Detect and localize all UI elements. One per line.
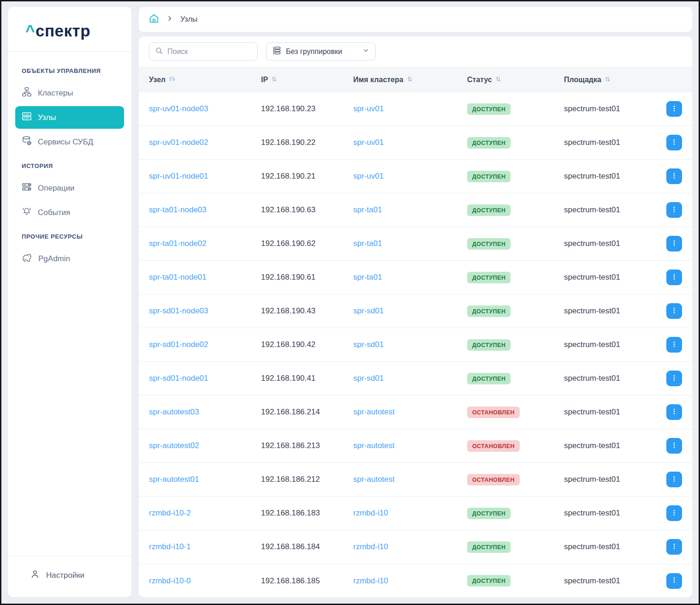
cluster-link[interactable]: rzmbd-i10 <box>353 509 388 517</box>
node-link[interactable]: spr-uv01-node02 <box>149 138 208 147</box>
table-row: spr-autotest01 192.168.186.212 spr-autot… <box>139 463 692 497</box>
ip-value: 192.168.190.63 <box>261 205 353 215</box>
row-actions-button[interactable] <box>666 236 682 252</box>
sidebar-item-clusters[interactable]: Кластеры <box>15 82 124 104</box>
sidebar-item-label: События <box>38 208 70 217</box>
cluster-link[interactable]: spr-uv01 <box>353 172 384 180</box>
cluster-link[interactable]: spr-uv01 <box>353 104 384 113</box>
node-link[interactable]: spr-uv01-node01 <box>149 172 208 180</box>
cluster-link[interactable]: spr-autotest <box>353 441 395 450</box>
row-actions-button[interactable] <box>666 371 682 386</box>
node-link[interactable]: spr-autotest01 <box>149 475 199 484</box>
row-actions-button[interactable] <box>666 573 682 589</box>
row-actions-button[interactable] <box>666 135 682 150</box>
grouping-dropdown[interactable]: Без группировки <box>266 42 376 60</box>
site-value: spectrum-test01 <box>564 542 664 551</box>
site-value: spectrum-test01 <box>564 374 664 383</box>
ip-value: 192.168.190.42 <box>261 340 353 349</box>
sort-icon <box>605 76 611 84</box>
sidebar-item-nodes[interactable]: Узлы <box>15 106 124 129</box>
kebab-icon <box>670 543 678 551</box>
site-value: spectrum-test01 <box>564 441 664 450</box>
table-row: spr-uv01-node03 192.168.190.23 spr-uv01 … <box>139 92 692 126</box>
column-header-status[interactable]: Статус <box>467 76 564 84</box>
sidebar-item-events[interactable]: События <box>15 201 124 224</box>
row-actions-button[interactable] <box>666 101 682 117</box>
column-header-node[interactable]: Узел <box>149 76 261 84</box>
node-link[interactable]: spr-ta01-node03 <box>149 205 207 214</box>
ip-value: 192.168.186.185 <box>261 576 353 586</box>
sidebar-item-label: Узлы <box>38 113 56 122</box>
sort-icon <box>407 76 413 84</box>
site-value: spectrum-test01 <box>564 104 664 114</box>
row-actions-button[interactable] <box>666 539 682 555</box>
section-management-objects: ОБЪЕКТЫ УПРАВЛЕНИЯ <box>8 60 131 80</box>
cluster-link[interactable]: spr-ta01 <box>353 205 382 214</box>
section-other-resources: ПРОЧИЕ РЕСУРСЫ <box>8 226 131 246</box>
row-actions-button[interactable] <box>666 337 682 353</box>
search-input[interactable] <box>167 48 252 56</box>
status-badge: ОСТАНОВЛЕН <box>467 474 520 485</box>
node-link[interactable]: spr-ta01-node01 <box>149 273 207 282</box>
node-link[interactable]: spr-sd01-node01 <box>149 374 208 383</box>
node-link[interactable]: spr-autotest02 <box>149 441 199 450</box>
row-actions-button[interactable] <box>666 404 682 420</box>
column-header-cluster[interactable]: Имя кластера <box>353 76 467 84</box>
cluster-link[interactable]: spr-sd01 <box>353 340 384 349</box>
ip-value: 192.168.190.43 <box>261 306 353 316</box>
kebab-icon <box>670 307 678 316</box>
status-badge: ДОСТУПЕН <box>467 171 510 182</box>
cluster-link[interactable]: spr-ta01 <box>353 273 382 282</box>
operations-icon <box>22 182 32 194</box>
site-value: spectrum-test01 <box>564 306 664 316</box>
cluster-link[interactable]: spr-sd01 <box>353 306 384 315</box>
kebab-icon <box>670 408 678 417</box>
table-row: spr-sd01-node02 192.168.190.42 spr-sd01 … <box>139 328 692 362</box>
row-actions-button[interactable] <box>666 505 682 521</box>
node-link[interactable]: spr-uv01-node03 <box>149 104 208 113</box>
cluster-link[interactable]: spr-uv01 <box>353 138 384 147</box>
cluster-link[interactable]: rzmbd-i10 <box>353 576 388 585</box>
row-actions-button[interactable] <box>666 168 682 184</box>
column-header-ip[interactable]: IP <box>261 76 353 84</box>
row-actions-button[interactable] <box>666 202 682 218</box>
sidebar-item-operations[interactable]: Операции <box>15 177 124 199</box>
site-value: spectrum-test01 <box>564 407 664 417</box>
ip-value: 192.168.190.61 <box>261 273 353 282</box>
database-services-icon <box>22 136 32 148</box>
column-header-site[interactable]: Площадка <box>564 76 664 84</box>
status-badge: ДОСТУПЕН <box>467 272 510 283</box>
home-icon[interactable] <box>149 13 159 25</box>
node-link[interactable]: spr-autotest03 <box>149 407 199 416</box>
node-link[interactable]: rzmbd-i10-2 <box>149 509 191 517</box>
cluster-link[interactable]: spr-ta01 <box>353 239 382 248</box>
ip-value: 192.168.186.213 <box>261 441 353 450</box>
cluster-link[interactable]: spr-autotest <box>353 475 395 484</box>
status-badge: ДОСТУПЕН <box>467 204 510 216</box>
sidebar: ^спектр ОБЪЕКТЫ УПРАВЛЕНИЯ Кластеры Уз <box>8 7 131 597</box>
sidebar-item-label: Настройки <box>46 571 84 580</box>
node-link[interactable]: spr-ta01-node02 <box>149 239 207 248</box>
node-link[interactable]: spr-sd01-node03 <box>149 306 208 315</box>
row-actions-button[interactable] <box>666 270 682 285</box>
site-value: spectrum-test01 <box>564 172 664 181</box>
kebab-icon <box>670 374 678 383</box>
table-row: rzmbd-i10-2 192.168.186.183 rzmbd-i10 ДО… <box>139 497 692 530</box>
cluster-link[interactable]: spr-sd01 <box>353 374 384 383</box>
row-actions-button[interactable] <box>666 472 682 487</box>
cluster-link[interactable]: spr-autotest <box>353 407 395 416</box>
search-box[interactable] <box>149 42 258 60</box>
row-actions-button[interactable] <box>666 303 682 319</box>
sidebar-item-label: PgAdmin <box>38 254 70 264</box>
sort-icon <box>271 76 277 84</box>
row-actions-button[interactable] <box>666 438 682 454</box>
ip-value: 192.168.186.184 <box>261 542 353 551</box>
node-link[interactable]: spr-sd01-node02 <box>149 340 208 349</box>
cluster-link[interactable]: rzmbd-i10 <box>353 542 388 551</box>
node-link[interactable]: rzmbd-i10-0 <box>149 576 191 585</box>
sort-icon <box>495 76 501 84</box>
node-link[interactable]: rzmbd-i10-1 <box>149 542 191 551</box>
sidebar-item-db-services[interactable]: Сервисы СУБД <box>15 131 124 153</box>
sidebar-item-pgadmin[interactable]: PgAdmin <box>15 247 124 270</box>
sidebar-item-settings[interactable]: Настройки <box>22 569 118 581</box>
